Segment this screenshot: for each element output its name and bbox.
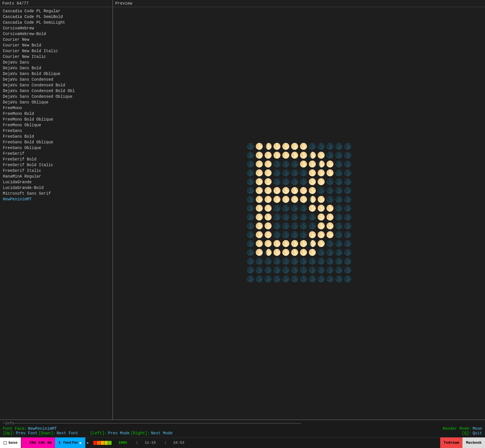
font-list-item[interactable]: DejaVu Sans Condensed Bold [0, 82, 112, 88]
moon-cell: 🌕 [282, 152, 290, 160]
font-list-item[interactable]: LucidaGrande [0, 179, 112, 185]
font-list-item[interactable]: Courier New Bold [0, 42, 112, 48]
moon-cell: 🌑 [273, 258, 281, 266]
moon-cell: 🌑 [326, 275, 334, 284]
font-list-item[interactable]: Microsoft Sans Serif [0, 191, 112, 196]
font-list-item[interactable]: FreeSans Bold [0, 134, 112, 139]
moon-cell: 🌑 [326, 196, 334, 204]
font-list-item[interactable]: FreeSerif [0, 151, 112, 156]
font-list-item[interactable]: FreeSerif Bold [0, 156, 112, 162]
moon-cell: 🌑 [335, 143, 343, 151]
moon-cell: 🌕 [255, 143, 264, 151]
font-list-item[interactable]: Courier New [0, 37, 112, 42]
moon-cell: 🌑 [317, 266, 326, 275]
moon-cell: 🌕 [290, 240, 299, 249]
main-area: Fonts 64/77 Cascadia Code PL RegularCasc… [0, 0, 485, 420]
font-list-item[interactable]: DejaVu Sans Bold Oblique [0, 71, 112, 77]
preview-panel: Preview 🌑🌕🌔🌕🌕🌕🌕🌑🌑🌑🌑🌑🌑🌕🌕🌕🌕🌕🌕🌔🌕🌑🌑🌑🌑🌕🌕🌑🌑🌑🌕🌕… [113, 0, 485, 420]
moon-cell: 🌕 [264, 213, 272, 222]
quit-key: [Q]: [462, 431, 472, 435]
font-list-item[interactable]: Courier New Bold Italic [0, 48, 112, 54]
status-window-range: 11-15 [141, 437, 159, 448]
moon-cell: 🌑 [299, 258, 308, 266]
font-list-item[interactable]: DejaVu Sans Condensed Bold Obl [0, 88, 112, 94]
moon-cell: 🌕 [326, 169, 334, 178]
moon-cell: 🌕 [308, 160, 317, 169]
font-list-item[interactable]: FreeMono Bold Oblique [0, 117, 112, 122]
font-list-item[interactable]: NewPeninimMT [0, 196, 112, 202]
font-list-item[interactable]: Cascadia Code PL SemiLight [0, 20, 112, 25]
info-row-2: [Up]: Prev Font [Down]: Next Font [Left]… [3, 431, 482, 435]
moon-cell: 🌕 [326, 205, 334, 213]
font-list-item[interactable]: Courier New Italic [0, 54, 112, 60]
font-list-item[interactable]: HanaMinA Regular [0, 174, 112, 179]
font-list-item[interactable]: DejaVu Sans Condensed [0, 77, 112, 82]
moon-cell: 🌑 [343, 178, 352, 187]
moon-cell: 🌕 [317, 205, 326, 213]
font-list-item[interactable]: Cascadia Code PL Regular [0, 8, 112, 14]
font-list-item[interactable]: DejaVu Sans Oblique [0, 99, 112, 105]
moon-cell: 🌑 [273, 213, 281, 222]
moon-cell: 🌕 [299, 152, 308, 160]
moon-cell: 🌕 [273, 143, 281, 151]
moon-cell: 🌑 [326, 240, 334, 249]
font-list[interactable]: Cascadia Code PL RegularCascadia Code PL… [0, 7, 112, 420]
base-label: base [9, 441, 17, 445]
moon-cell: 🌑 [273, 178, 281, 187]
info-left: Font Face: NewPeninimMT [3, 426, 57, 431]
moon-cell: 🌕 [282, 143, 290, 151]
moon-cell: 🌑 [335, 213, 343, 222]
font-list-item[interactable]: CorsivaHebrew-Bold [0, 31, 112, 37]
moon-cell: 🌑 [326, 178, 334, 187]
font-list-item[interactable]: FreeSans Oblique [0, 145, 112, 151]
moon-cell: 🌑 [255, 266, 264, 275]
font-list-item[interactable]: DejaVu Sans Bold [0, 65, 112, 71]
moon-cell: 🌑 [299, 205, 308, 213]
moon-cell: 🌑 [317, 143, 326, 151]
moon-cell: 🌑 [290, 266, 299, 275]
next-font-label: Next Font [56, 431, 78, 435]
moon-cell: 🌑 [326, 258, 334, 266]
font-list-item[interactable]: FreeSerif Italic [0, 168, 112, 174]
status-chevron2: 〈 [159, 437, 170, 448]
font-list-item[interactable]: Cascadia Code PL SemiBold [0, 14, 112, 20]
info-nav-left: [Up]: Prev Font [Down]: Next Font [Left]… [3, 431, 173, 435]
moon-cell: 🌕 [317, 178, 326, 187]
moon-cell: 🌑 [343, 152, 352, 160]
moon-cell: 🌑 [343, 249, 352, 257]
moon-cell: 🌑 [299, 169, 308, 178]
moon-cell: 🌔 [308, 196, 317, 204]
info-row-1: Font Face: NewPeninimMT Render Mode: Moo… [3, 426, 482, 431]
font-list-item[interactable]: FreeSerif Bold Italic [0, 162, 112, 168]
moon-cell: 🌑 [335, 275, 343, 284]
moon-cell: 🌑 [343, 205, 352, 213]
font-list-item[interactable]: LucidaGrande-Bold [0, 185, 112, 191]
status-session: 7sdream [440, 437, 463, 448]
moon-cell: 🌑 [335, 152, 343, 160]
moon-cell: 🌕 [264, 187, 272, 196]
moon-cell: 🌑 [246, 213, 255, 222]
moon-cell: 🌑 [246, 196, 255, 204]
moon-cell: 🌑 [299, 275, 308, 284]
info-right: Render Mode: Moon [443, 426, 482, 431]
up-key: [Up]: [3, 431, 15, 435]
font-list-item[interactable]: FreeMono [0, 105, 112, 111]
moon-cell: 🌕 [273, 152, 281, 160]
font-list-item[interactable]: DejaVu Sans [0, 60, 112, 65]
font-list-item[interactable]: FreeSans [0, 128, 112, 134]
moon-cell: 🌑 [273, 169, 281, 178]
moon-cell: 🌑 [246, 240, 255, 249]
down-key: [Down]: [39, 431, 56, 435]
moon-cell: 🌑 [317, 258, 326, 266]
font-list-item[interactable]: FreeMono Oblique [0, 122, 112, 128]
font-list-item[interactable]: FreeSans Bold Oblique [0, 139, 112, 145]
font-list-item[interactable]: CorsivaHebrew [0, 25, 112, 31]
left-key: [Left]: [90, 431, 107, 435]
moon-grid: 🌑🌕🌔🌕🌕🌕🌕🌑🌑🌑🌑🌑🌑🌕🌕🌕🌕🌕🌕🌔🌕🌑🌑🌑🌑🌕🌕🌑🌑🌑🌕🌕🌔🌕🌑🌑🌑🌕🌕🌑… [246, 143, 352, 284]
moon-cell: 🌑 [317, 249, 326, 257]
font-list-item[interactable]: DejaVu Sans Condensed Oblique [0, 94, 112, 99]
moon-cell: 🌑 [335, 178, 343, 187]
moon-cell: 🌕 [255, 205, 264, 213]
moon-cell: 🌕 [264, 240, 272, 249]
font-list-item[interactable]: FreeMono Bold [0, 111, 112, 117]
